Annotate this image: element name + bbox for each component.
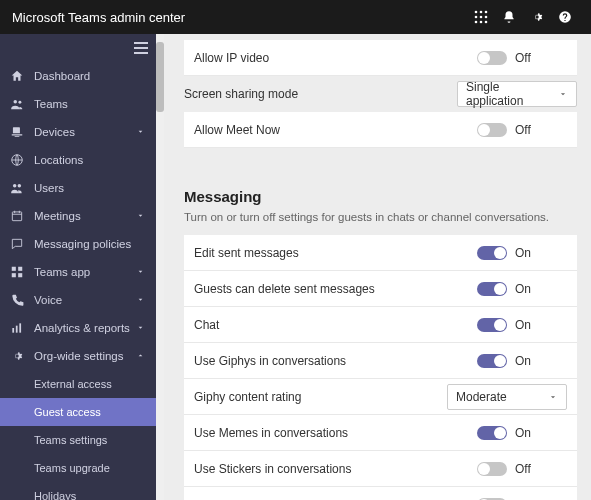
home-icon [8,69,26,83]
svg-rect-9 [134,42,148,44]
gear-icon[interactable] [523,10,551,24]
devices-icon [8,125,26,139]
setting-row: Use Memes in conversationsOn [184,415,577,451]
setting-row: Allow IP videoOff [184,40,577,76]
nav-label: Messaging policies [34,238,148,250]
svg-rect-20 [12,273,16,277]
svg-rect-18 [12,267,16,271]
svg-point-16 [18,184,21,188]
chevron-down-icon [136,294,148,306]
waffle-icon[interactable] [467,10,495,24]
nav-item-meetings[interactable]: Meetings [0,202,156,230]
nav-label: Dashboard [34,70,148,82]
toggle[interactable] [477,462,507,476]
setting-row: Giphy content ratingModerate [184,379,577,415]
setting-row: Edit sent messagesOn [184,235,577,271]
nav-item-org-wide-settings[interactable]: Org-wide settings [0,342,156,370]
nav-label: Meetings [34,210,136,222]
svg-point-12 [14,100,18,104]
app-icon [8,265,26,279]
calendar-icon [8,209,26,223]
scrollbar-thumb[interactable] [156,42,164,112]
svg-rect-11 [134,52,148,54]
nav-item-locations[interactable]: Locations [0,146,156,174]
chat-icon [8,237,26,251]
toggle[interactable] [477,51,507,65]
chevron-down-icon [136,322,148,334]
nav-item-voice[interactable]: Voice [0,286,156,314]
setting-row: Allow immersive reader for viewing messa… [184,487,577,500]
select[interactable]: Single application [457,81,577,107]
nav-sub-holidays[interactable]: Holidays [0,482,156,500]
chevron-down-icon [136,126,148,138]
setting-label: Use Giphys in conversations [194,354,477,368]
svg-point-7 [480,21,483,24]
section-desc: Turn on or turn off settings for guests … [184,211,577,223]
nav-sub-guest-access[interactable]: Guest access [0,398,156,426]
scrollbar[interactable] [156,34,164,500]
section-title: Messaging [184,188,577,205]
chevron-down-icon [136,266,148,278]
setting-label: Use Stickers in conversations [194,462,477,476]
globe-icon [8,153,26,167]
chevron-down-icon [558,89,568,99]
setting-row: Guests can delete sent messagesOn [184,271,577,307]
nav-sub-teams-settings[interactable]: Teams settings [0,426,156,454]
nav-sub-external-access[interactable]: External access [0,370,156,398]
nav-item-teams-app[interactable]: Teams app [0,258,156,286]
toggle[interactable] [477,246,507,260]
nav-sub-teams-upgrade[interactable]: Teams upgrade [0,454,156,482]
nav-label: Locations [34,154,148,166]
svg-point-0 [475,11,478,14]
svg-point-4 [480,16,483,19]
sidebar: DashboardTeamsDevicesLocationsUsersMeeti… [0,34,156,500]
setting-label: Guests can delete sent messages [194,282,477,296]
nav-label: Users [34,182,148,194]
setting-row: Use Stickers in conversationsOff [184,451,577,487]
nav-item-messaging-policies[interactable]: Messaging policies [0,230,156,258]
svg-rect-10 [134,47,148,49]
toggle[interactable] [477,282,507,296]
toggle-state: Off [515,462,531,476]
toggle[interactable] [477,318,507,332]
help-icon[interactable] [551,10,579,24]
toggle[interactable] [477,123,507,137]
setting-row: ChatOn [184,307,577,343]
toggle-state: Off [515,123,531,137]
toggle-state: On [515,246,531,260]
setting-label: Use Memes in conversations [194,426,477,440]
nav-item-teams[interactable]: Teams [0,90,156,118]
toggle-state: Off [515,51,531,65]
topbar: Microsoft Teams admin center [0,0,591,34]
gear-icon [8,349,26,363]
setting-label: Giphy content rating [194,390,447,404]
setting-row: Allow Meet NowOff [184,112,577,148]
nav-item-dashboard[interactable]: Dashboard [0,62,156,90]
svg-point-6 [475,21,478,24]
nav-label: Teams app [34,266,136,278]
nav-item-devices[interactable]: Devices [0,118,156,146]
chevron-down-icon [548,392,558,402]
svg-point-1 [480,11,483,14]
svg-rect-24 [19,323,21,332]
svg-point-5 [485,16,488,19]
bell-icon[interactable] [495,10,523,24]
chevron-up-icon [136,350,148,362]
nav-label: Devices [34,126,136,138]
svg-rect-17 [12,212,21,221]
select-value: Single application [466,80,558,108]
nav-item-users[interactable]: Users [0,174,156,202]
nav-item-analytics-reports[interactable]: Analytics & reports [0,314,156,342]
select[interactable]: Moderate [447,384,567,410]
setting-label: Allow Meet Now [194,123,477,137]
toggle[interactable] [477,354,507,368]
toggle[interactable] [477,426,507,440]
nav-label: Teams [34,98,148,110]
svg-point-15 [13,184,16,188]
app-title: Microsoft Teams admin center [12,10,467,25]
toggle-state: On [515,282,531,296]
setting-row: Use Giphys in conversationsOn [184,343,577,379]
toggle-state: On [515,354,531,368]
setting-label: Screen sharing mode [184,87,457,101]
hamburger-icon[interactable] [0,34,156,62]
